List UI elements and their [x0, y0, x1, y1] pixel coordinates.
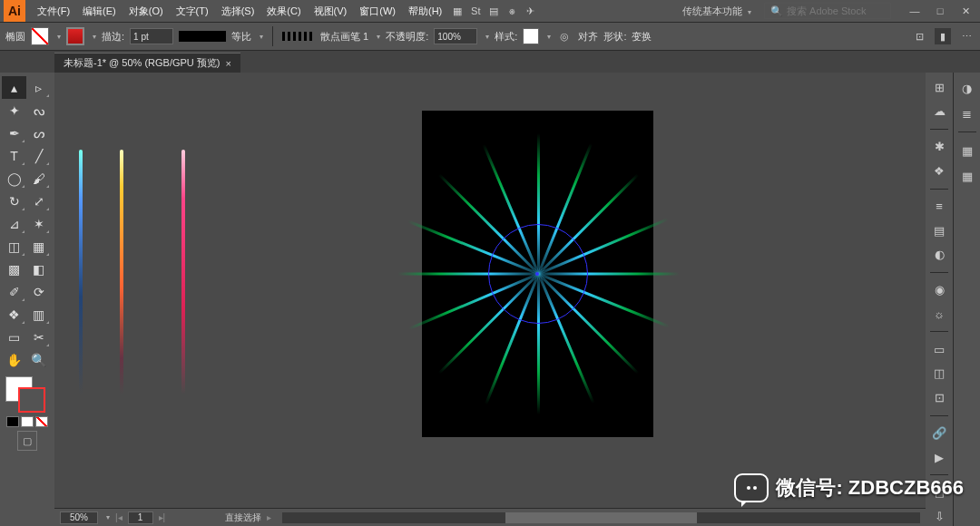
panel-layers[interactable]: ≣ [957, 103, 977, 123]
scrollbar-thumb[interactable] [505, 512, 697, 523]
panel-links[interactable]: 🔗 [929, 424, 949, 442]
panel-color[interactable]: ◑ [957, 78, 977, 98]
slice-tool[interactable]: ✂ [26, 326, 51, 348]
symbol-sprayer-tool[interactable]: ❖ [2, 303, 26, 326]
panel-pathfinder[interactable]: ◫ [929, 365, 949, 383]
window-close-button[interactable]: ✕ [955, 4, 976, 18]
isolate-icon[interactable]: ⊡ [911, 28, 927, 44]
canvas[interactable] [54, 73, 926, 526]
window-minimize-button[interactable]: — [904, 4, 926, 18]
align-label[interactable]: 对齐 [578, 30, 598, 44]
share-icon[interactable]: ✈ [521, 2, 539, 20]
menu-bar: Ai 文件(F) 编辑(E) 对象(O) 文字(T) 选择(S) 效果(C) 视… [0, 0, 980, 22]
shape-builder-tool[interactable]: ◫ [2, 235, 26, 258]
lasso-tool[interactable]: ᔓ [26, 99, 51, 122]
hand-tool[interactable]: ✋ [2, 348, 26, 371]
menu-window[interactable]: 窗口(W) [353, 0, 402, 22]
bridge-icon[interactable]: ▦ [448, 2, 466, 20]
scale-tool[interactable]: ⤢ [26, 190, 51, 212]
mesh-tool[interactable]: ▩ [2, 258, 26, 280]
search-placeholder: 搜索 Adobe Stock [787, 5, 866, 18]
artboard-index-input[interactable] [128, 511, 153, 524]
width-tool[interactable]: ⊿ [2, 212, 26, 235]
zoom-level-input[interactable] [60, 511, 98, 524]
panel-asset-export[interactable]: ⇩ [929, 508, 949, 526]
stroke-indicator[interactable] [18, 387, 45, 413]
color-mode-gradient[interactable] [21, 416, 34, 427]
color-mode-solid[interactable] [6, 416, 19, 427]
menu-view[interactable]: 视图(V) [308, 0, 354, 22]
brush-preview[interactable] [282, 32, 315, 41]
document-tab[interactable]: 未标题-1* @ 50% (RGB/GPU 预览) × [54, 53, 240, 73]
fill-dropdown-icon[interactable]: ▾ [57, 33, 61, 41]
panel-transparency[interactable]: ◐ [929, 245, 949, 263]
paintbrush-tool[interactable]: 🖌 [26, 167, 51, 190]
graphic-style-swatch[interactable] [523, 28, 539, 44]
zoom-tool[interactable]: 🔍 [26, 348, 51, 371]
window-maximize-button[interactable]: □ [929, 4, 951, 18]
menu-select[interactable]: 选择(S) [215, 0, 261, 22]
color-mode-none[interactable] [35, 416, 48, 427]
panel-properties[interactable]: ⊞ [929, 78, 949, 96]
rotate-tool[interactable]: ↻ [2, 190, 26, 212]
eyedropper-tool[interactable]: ✐ [2, 280, 26, 303]
panel-align[interactable]: ▭ [929, 340, 949, 358]
stroke-swatch[interactable] [66, 27, 84, 45]
brush-stroke-sample-3 [181, 150, 185, 394]
tab-close-button[interactable]: × [226, 58, 231, 69]
opacity-input[interactable] [434, 28, 477, 44]
search-input[interactable]: 🔍 搜索 Adobe Stock [764, 3, 891, 19]
panel-actions[interactable]: ▶ [929, 448, 949, 466]
panel-libraries[interactable]: ☁ [929, 102, 949, 120]
magic-wand-tool[interactable]: ✦ [2, 99, 26, 122]
status-bar: ▾ |◂ ▸| 直接选择 ▸ [54, 508, 926, 526]
horizontal-scrollbar[interactable] [282, 512, 920, 523]
stroke-profile-preview[interactable] [179, 31, 226, 42]
shape-label[interactable]: 形状: [603, 30, 626, 44]
brush-name[interactable]: 散点画笔 1 [320, 30, 368, 44]
arrange-icon[interactable]: ▤ [485, 2, 503, 20]
menu-effect[interactable]: 效果(C) [260, 0, 307, 22]
panel-brushes[interactable]: ✱ [929, 138, 949, 156]
stroke-weight-input[interactable] [130, 28, 173, 44]
fill-swatch[interactable] [31, 27, 49, 45]
panel-swatches[interactable]: ▦ [957, 141, 977, 161]
menu-object[interactable]: 对象(O) [122, 0, 170, 22]
transform-label[interactable]: 变换 [632, 30, 652, 44]
column-graph-tool[interactable]: ▥ [26, 303, 51, 326]
selection-center-point[interactable] [535, 272, 539, 276]
free-transform-tool[interactable]: ✶ [26, 212, 51, 235]
workspace-switcher[interactable]: 传统基本功能 ▾ [675, 5, 759, 18]
gpu-icon[interactable]: ⎈ [503, 2, 521, 20]
artboard-tool[interactable]: ▭ [2, 326, 26, 348]
pen-tool[interactable]: ✒ [2, 122, 26, 144]
perspective-tool[interactable]: ▦ [26, 235, 51, 258]
menu-type[interactable]: 文字(T) [170, 0, 215, 22]
panel-transform[interactable]: ⊡ [929, 388, 949, 406]
blend-tool[interactable]: ⟳ [26, 280, 51, 303]
ellipse-tool[interactable]: ◯ [2, 167, 26, 190]
selection-tool[interactable]: ▴ [2, 76, 26, 99]
zoom-dropdown-icon[interactable]: ▾ [106, 513, 110, 521]
menu-edit[interactable]: 编辑(E) [76, 0, 122, 22]
panel-symbols[interactable]: ❖ [929, 161, 949, 180]
more-icon[interactable]: ⋯ [958, 28, 975, 44]
panel-color-guide[interactable]: ▦ [957, 166, 977, 186]
menu-help[interactable]: 帮助(H) [402, 0, 448, 22]
curvature-tool[interactable]: ᔕ [26, 122, 51, 144]
menu-file[interactable]: 文件(F) [31, 0, 76, 22]
panel-stroke[interactable]: ≡ [929, 197, 949, 215]
draw-mode-normal[interactable]: ▢ [17, 431, 37, 451]
panel-graphic-styles[interactable]: ☼ [929, 305, 949, 323]
edit-icon[interactable]: ▮ [935, 28, 951, 44]
direct-selection-tool[interactable]: ▹ [26, 76, 51, 99]
stock-icon[interactable]: St [466, 2, 485, 20]
panel-gradient[interactable]: ▤ [929, 221, 949, 239]
fill-stroke-indicator[interactable] [2, 375, 53, 414]
gradient-tool[interactable]: ◧ [26, 258, 51, 280]
type-tool[interactable]: T [2, 144, 26, 167]
recolor-icon[interactable]: ◎ [556, 28, 573, 44]
stroke-dropdown-icon[interactable]: ▾ [93, 33, 96, 41]
panel-appearance[interactable]: ◉ [929, 281, 949, 299]
line-tool[interactable]: ╱ [26, 144, 51, 167]
